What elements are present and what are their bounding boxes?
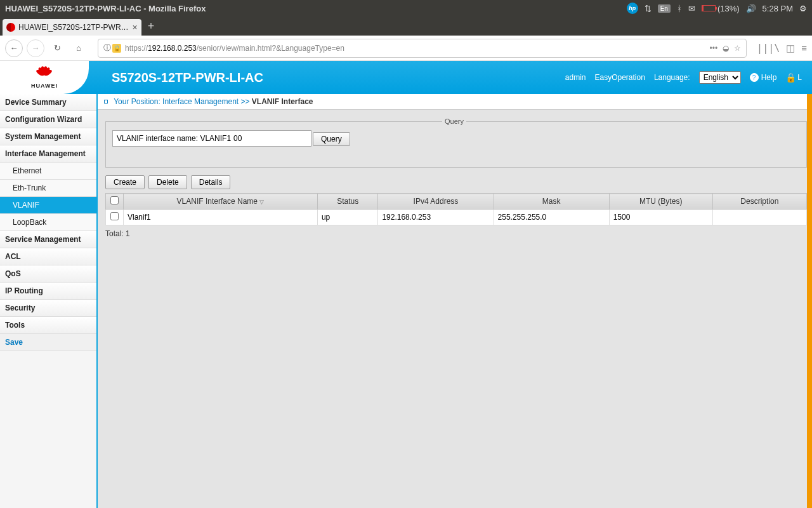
row-checkbox[interactable] bbox=[110, 212, 119, 220]
window-title: HUAWEI_S5720S-12TP-PWR-LI-AC - Mozilla F… bbox=[5, 4, 206, 13]
cell-ipv4: 192.168.0.253 bbox=[378, 210, 494, 225]
menu-icon[interactable]: ≡ bbox=[801, 43, 807, 53]
library-icon[interactable]: |||\ bbox=[757, 43, 780, 54]
sidebar-item-device-summary[interactable]: Device Summary bbox=[0, 94, 96, 111]
cell-status: up bbox=[317, 210, 377, 225]
cell-mask: 255.255.255.0 bbox=[494, 210, 609, 225]
query-button[interactable]: Query bbox=[313, 132, 350, 146]
url-protocol: https:// bbox=[125, 44, 148, 53]
back-button[interactable]: ← bbox=[5, 39, 23, 57]
sidebar-item-ethernet[interactable]: Ethernet bbox=[0, 163, 96, 180]
sidebar-item-config-wizard[interactable]: Configuration Wizard bbox=[0, 111, 96, 128]
easy-operation-link[interactable]: EasyOperation bbox=[595, 73, 645, 82]
brand-name: HUAWEI bbox=[31, 83, 58, 89]
sidebar-item-interface-management[interactable]: Interface Management bbox=[0, 145, 96, 163]
query-fieldset: Query VLANIF interface name: VLANIF1 Que… bbox=[105, 117, 807, 168]
col-status[interactable]: Status bbox=[317, 194, 377, 210]
language-label: Language: bbox=[654, 73, 690, 82]
system-tray: hp ⇅ En ᚼ ✉ (13%) 🔊 5:28 PM ⚙ bbox=[627, 3, 807, 14]
sidebar: Device Summary Configuration Wizard Syst… bbox=[0, 94, 98, 508]
browser-navbar: ← → ↻ ⌂ ⓘ 🔒 https://192.168.0.253/senior… bbox=[0, 36, 812, 61]
tab-title: HUAWEI_S5720S-12TP-PWR… bbox=[18, 23, 129, 32]
sidebar-item-tools[interactable]: Tools bbox=[0, 317, 96, 334]
col-mtu[interactable]: MTU (Bytes) bbox=[609, 194, 712, 210]
forward-button: → bbox=[27, 39, 44, 57]
vlanif-name-input[interactable] bbox=[231, 133, 307, 144]
sidebar-item-qos[interactable]: QoS bbox=[0, 265, 96, 283]
lock-icon: 🔒 bbox=[785, 72, 796, 83]
content-area: Your Position: Interface Management >> V… bbox=[98, 94, 812, 508]
brand-logo: HUAWEI bbox=[0, 61, 89, 94]
sidebar-item-loopback[interactable]: LoopBack bbox=[0, 214, 96, 231]
close-tab-icon[interactable]: × bbox=[133, 22, 138, 32]
language-select[interactable]: English bbox=[699, 71, 741, 84]
col-name[interactable]: VLANIF Interface Name ▽ bbox=[124, 194, 318, 210]
sidebar-item-security[interactable]: Security bbox=[0, 300, 96, 317]
logout-link[interactable]: L bbox=[797, 73, 802, 82]
gear-icon[interactable]: ⚙ bbox=[799, 4, 807, 13]
sidebar-icon[interactable]: ◫ bbox=[786, 43, 795, 54]
bluetooth-icon[interactable]: ᚼ bbox=[677, 4, 682, 13]
favicon bbox=[6, 23, 15, 32]
sidebar-item-vlanif[interactable]: VLANIF bbox=[0, 197, 96, 214]
breadcrumb: Your Position: Interface Management >> V… bbox=[98, 94, 807, 110]
cell-desc bbox=[712, 210, 806, 225]
reload-button[interactable]: ↻ bbox=[48, 39, 66, 57]
home-button[interactable]: ⌂ bbox=[70, 39, 88, 57]
table-row[interactable]: Vlanif1 up 192.168.0.253 255.255.255.0 1… bbox=[106, 210, 807, 225]
help-icon[interactable]: ? bbox=[750, 73, 759, 82]
pocket-icon[interactable]: ◒ bbox=[723, 44, 729, 53]
query-label: VLANIF interface name: VLANIF1 bbox=[117, 134, 231, 143]
col-desc[interactable]: Description bbox=[712, 194, 806, 210]
router-header: HUAWEI S5720S-12TP-PWR-LI-AC admin EasyO… bbox=[0, 61, 812, 94]
delete-button[interactable]: Delete bbox=[148, 175, 187, 189]
device-model: S5720S-12TP-PWR-LI-AC bbox=[112, 70, 263, 85]
security-warning-icon[interactable]: 🔒 bbox=[112, 44, 121, 53]
query-legend: Query bbox=[442, 117, 466, 125]
url-path: /senior/view/main.html?&LanguageType=en bbox=[197, 44, 344, 53]
current-user: admin bbox=[565, 73, 586, 82]
breadcrumb-path[interactable]: Your Position: Interface Management >> bbox=[114, 97, 249, 106]
os-titlebar: HUAWEI_S5720S-12TP-PWR-LI-AC - Mozilla F… bbox=[0, 0, 812, 17]
action-buttons: Create Delete Details bbox=[105, 175, 807, 189]
create-button[interactable]: Create bbox=[105, 175, 145, 189]
sidebar-save-link[interactable]: Save bbox=[0, 334, 96, 351]
sidebar-item-system-management[interactable]: System Management bbox=[0, 128, 96, 145]
url-host: 192.168.0.253 bbox=[148, 44, 197, 53]
info-icon[interactable]: ⓘ bbox=[103, 43, 111, 53]
sidebar-item-ip-routing[interactable]: IP Routing bbox=[0, 283, 96, 300]
bookmark-star-icon[interactable]: ☆ bbox=[734, 44, 741, 53]
keyboard-lang-indicator[interactable]: En bbox=[658, 4, 671, 13]
browser-tabbar: HUAWEI_S5720S-12TP-PWR… × + bbox=[0, 17, 812, 36]
col-ipv4[interactable]: IPv4 Address bbox=[378, 194, 494, 210]
select-all-checkbox[interactable] bbox=[110, 196, 119, 204]
address-bar[interactable]: ⓘ 🔒 https://192.168.0.253/senior/view/ma… bbox=[98, 39, 747, 58]
breadcrumb-current: VLANIF Interface bbox=[252, 97, 313, 106]
battery-indicator[interactable]: (13%) bbox=[702, 4, 740, 13]
breadcrumb-marker-icon bbox=[104, 100, 108, 104]
network-icon[interactable]: ⇅ bbox=[645, 4, 652, 13]
huawei-flower-icon bbox=[35, 66, 54, 81]
volume-icon[interactable]: 🔊 bbox=[746, 4, 756, 13]
hp-icon: hp bbox=[627, 3, 638, 14]
vlanif-table: VLANIF Interface Name ▽ Status IPv4 Addr… bbox=[105, 193, 807, 225]
cell-mtu: 1500 bbox=[609, 210, 712, 225]
sidebar-item-eth-trunk[interactable]: Eth-Trunk bbox=[0, 180, 96, 197]
help-link[interactable]: Help bbox=[761, 73, 777, 82]
clock[interactable]: 5:28 PM bbox=[763, 4, 793, 13]
sidebar-item-acl[interactable]: ACL bbox=[0, 248, 96, 265]
cell-name: Vlanif1 bbox=[124, 210, 318, 225]
col-mask[interactable]: Mask bbox=[494, 194, 609, 210]
total-count: Total: 1 bbox=[105, 229, 807, 238]
details-button[interactable]: Details bbox=[191, 175, 231, 189]
page-actions-icon[interactable]: ••• bbox=[710, 44, 718, 53]
sidebar-item-service-management[interactable]: Service Management bbox=[0, 231, 96, 248]
new-tab-button[interactable]: + bbox=[148, 20, 155, 33]
sort-desc-icon: ▽ bbox=[259, 199, 264, 205]
browser-tab[interactable]: HUAWEI_S5720S-12TP-PWR… × bbox=[3, 19, 141, 36]
mail-icon[interactable]: ✉ bbox=[688, 4, 695, 13]
